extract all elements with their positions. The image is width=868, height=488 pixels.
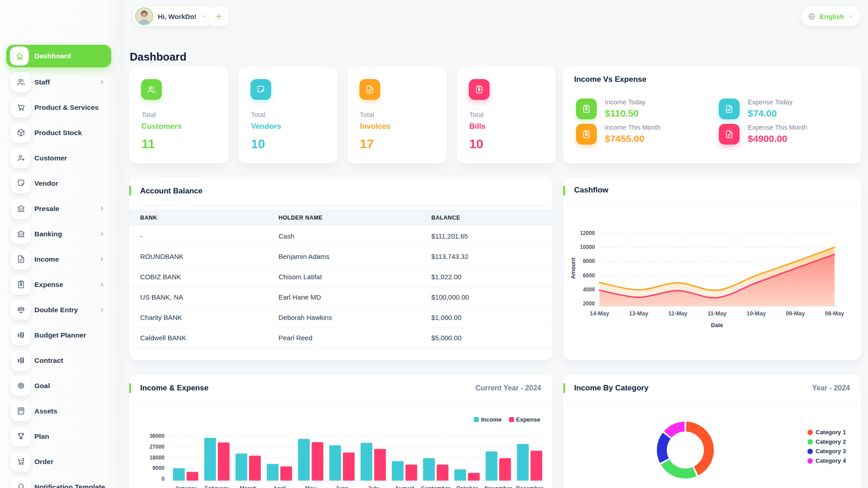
cell-bank: - xyxy=(140,226,142,246)
cell-balance: $1,022.00 xyxy=(431,267,462,287)
legend-item: Category 4 xyxy=(807,457,846,464)
sidebar-item-plan[interactable]: Plan xyxy=(0,426,123,447)
sidebar-item-income[interactable]: Income xyxy=(0,249,123,270)
legend-label: Category 4 xyxy=(816,457,846,464)
accent-bar xyxy=(563,383,565,393)
bank-icon xyxy=(16,229,26,239)
income-expense-card: Income & Expense Current Year - 2024 Inc… xyxy=(129,375,552,488)
sidebar-item-assets[interactable]: Assets xyxy=(0,400,123,422)
sidebar-item-expense[interactable]: Expense xyxy=(0,274,123,295)
col-balance: BALANCE xyxy=(431,210,460,226)
svg-text:09-May: 09-May xyxy=(786,310,805,317)
bell-icon xyxy=(16,482,26,488)
sidebar-item-staff[interactable]: Staff xyxy=(0,71,123,93)
sidebar-item-double-entry[interactable]: Double Entry xyxy=(0,299,123,320)
col-bank: BANK xyxy=(140,210,157,226)
svg-text:November: November xyxy=(485,485,512,488)
trophy-icon xyxy=(11,427,31,446)
users-icon xyxy=(146,84,156,94)
svg-text:April: April xyxy=(273,485,286,488)
trophy-icon xyxy=(16,432,26,441)
sidebar-item-contract[interactable]: Contract xyxy=(0,350,123,371)
file-icon xyxy=(719,99,740,119)
user-greeting: Hi, WorkDo! xyxy=(158,13,197,20)
stat-card-customers: Total Customers 11 xyxy=(129,67,228,163)
sidebar-item-presale[interactable]: Presale xyxy=(0,198,123,219)
income-month-stat: Income This Month $7455.00 xyxy=(576,124,712,149)
legend-item: Category 1 xyxy=(807,429,846,436)
sidebar-item-vendor[interactable]: Vendor xyxy=(0,173,123,194)
svg-text:4000: 4000 xyxy=(583,286,595,293)
income-today-stat: Income Today $110.50 xyxy=(576,99,712,124)
user-plus-icon xyxy=(11,148,31,168)
svg-text:December: December xyxy=(516,485,543,488)
page-title: Dashboard xyxy=(130,51,186,63)
sidebar-item-label: Customer xyxy=(34,154,67,162)
svg-text:11-May: 11-May xyxy=(708,310,726,317)
file-icon xyxy=(719,124,740,145)
stat-value: $7455.00 xyxy=(605,133,645,144)
sidebar-menu: Dashboard Staff Product & Services Produ… xyxy=(0,45,123,488)
clipboard-dollar-icon xyxy=(576,99,597,119)
users-icon xyxy=(141,79,162,100)
table-header-row: BANK HOLDER NAME BALANCE xyxy=(129,210,552,226)
clipboard-dollar-icon xyxy=(474,84,484,94)
cell-bank: Charity BANK xyxy=(140,307,182,328)
cell-holder: Cash xyxy=(278,226,294,246)
user-menu-button[interactable]: Hi, WorkDo! xyxy=(133,6,215,26)
sidebar-item-dashboard[interactable]: Dashboard xyxy=(6,45,111,67)
stat-prefix: Total xyxy=(469,111,484,118)
sidebar-item-order[interactable]: Order xyxy=(0,451,123,472)
sidebar-item-notification-template[interactable]: Notification Template xyxy=(0,476,123,488)
clipboard-dollar-icon xyxy=(581,129,591,139)
sidebar-item-product-stock[interactable]: Product Stock xyxy=(0,122,123,143)
add-button[interactable] xyxy=(209,6,229,26)
cart-plus-icon xyxy=(11,452,31,472)
sidebar-item-budget-planner[interactable]: Budget Planner xyxy=(0,324,123,346)
accent-bar xyxy=(129,186,131,196)
svg-text:8000: 8000 xyxy=(583,258,595,264)
chevron-right-icon xyxy=(99,230,105,237)
legend-dot xyxy=(807,449,813,454)
cell-balance: $1,000.00 xyxy=(431,307,462,328)
stat-card-vendors: Total Vendors 10 xyxy=(239,67,337,163)
sidebar-item-label: Budget Planner xyxy=(34,331,86,339)
stat-card-bills: Total Bills 10 xyxy=(457,67,556,163)
svg-text:9000: 9000 xyxy=(152,465,165,471)
legend-label: Category 1 xyxy=(816,429,846,436)
svg-text:July: July xyxy=(368,485,379,488)
sidebar-item-label: Income xyxy=(34,255,59,263)
home-icon xyxy=(15,52,24,61)
expense-today-stat: Expense Today $74.00 xyxy=(719,99,854,124)
legend-label: Category 3 xyxy=(816,448,846,455)
sidebar-item-product-services[interactable]: Product & Services xyxy=(0,97,123,118)
stat-value: $4900.00 xyxy=(748,133,788,144)
bank-icon xyxy=(11,224,31,244)
scale-icon xyxy=(11,300,31,320)
sidebar-item-label: Dashboard xyxy=(34,52,71,60)
table-row: Charity BANK Deborah Hawkins $1,000.00 xyxy=(129,307,552,328)
cashflow-card: Cashflow 1200010000800060004000200014-Ma… xyxy=(563,177,861,360)
cell-bank: COBIZ BANK xyxy=(140,267,181,287)
sidebar: Dashboard Staff Product & Services Produ… xyxy=(0,0,123,488)
svg-text:2000: 2000 xyxy=(583,300,595,307)
svg-text:August: August xyxy=(395,485,415,488)
chevron-right-icon xyxy=(99,306,105,313)
income-vs-expense-title: Income Vs Expense xyxy=(574,75,646,84)
stat-label: Income This Month xyxy=(605,124,660,131)
svg-text:October: October xyxy=(456,485,478,488)
bell-icon xyxy=(11,477,31,488)
account-balance-title: Account Balance xyxy=(140,187,203,196)
cell-bank: Caldwell BANK xyxy=(140,328,186,348)
note-icon xyxy=(256,84,266,94)
svg-text:March: March xyxy=(240,485,257,488)
chevron-right-icon xyxy=(99,281,105,288)
sidebar-item-goal[interactable]: Goal xyxy=(0,375,123,396)
stat-label: Vendors xyxy=(251,122,281,131)
sidebar-item-banking[interactable]: Banking xyxy=(0,223,123,244)
sidebar-item-label: Staff xyxy=(34,78,50,86)
language-selector[interactable]: English xyxy=(801,6,860,26)
cart-icon xyxy=(16,103,26,112)
chevron-right-icon xyxy=(99,306,105,313)
sidebar-item-customer[interactable]: Customer xyxy=(0,147,123,169)
